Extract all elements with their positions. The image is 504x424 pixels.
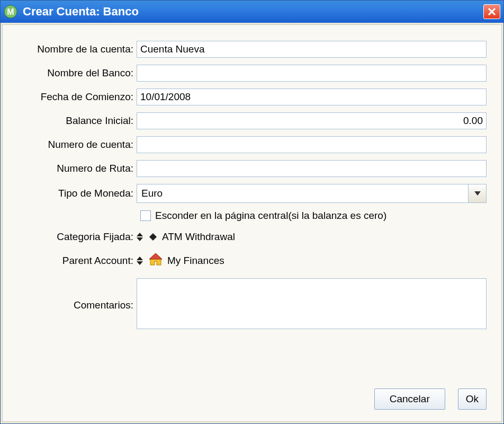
button-row: Cancelar Ok [17, 383, 487, 413]
dialog-window: M Crear Cuenta: Banco Nombre de la cuent… [0, 0, 504, 424]
cancel-button[interactable]: Cancelar [374, 388, 445, 410]
row-parent-account: Parent Account: My Finances [17, 252, 487, 269]
label-routing-number: Numero de Ruta: [17, 163, 137, 174]
chevron-down-icon [474, 191, 481, 196]
row-routing-number: Numero de Ruta: [17, 160, 487, 177]
app-icon: M [4, 5, 17, 19]
label-comments: Comentarios: [17, 299, 137, 311]
parent-account-stepper[interactable] [137, 257, 144, 265]
label-parent-account: Parent Account: [17, 255, 137, 267]
label-account-number: Numero de cuenta: [17, 139, 137, 151]
parent-account-value: My Finances [167, 255, 224, 267]
chevron-up-icon [137, 233, 143, 236]
label-fixed-category: Categoria Fijada: [17, 231, 137, 243]
account-name-field[interactable] [137, 41, 487, 58]
hide-checkbox[interactable] [140, 210, 151, 221]
row-comments: Comentarios: [17, 278, 487, 332]
row-fixed-category: Categoria Fijada: ATM Withdrawal [17, 231, 487, 243]
row-currency-type: Tipo de Moneda: Euro [17, 184, 487, 203]
currency-type-select[interactable]: Euro [137, 184, 487, 203]
routing-number-field[interactable] [137, 160, 487, 177]
chevron-down-icon [137, 261, 143, 265]
titlebar: M Crear Cuenta: Banco [1, 1, 503, 23]
diamond-icon [149, 233, 157, 241]
close-icon [488, 7, 496, 16]
bank-name-field[interactable] [137, 65, 487, 82]
ok-button[interactable]: Ok [458, 388, 487, 410]
label-currency-type: Tipo de Moneda: [17, 188, 137, 199]
label-start-date: Fecha de Comienzo: [17, 91, 137, 103]
account-number-field[interactable] [137, 136, 487, 153]
close-button[interactable] [483, 4, 500, 19]
row-bank-name: Nombre del Banco: [17, 65, 487, 82]
currency-type-value: Euro [137, 188, 468, 199]
form: Nombre de la cuenta: Nombre del Banco: F… [17, 41, 487, 383]
chevron-up-icon [137, 257, 143, 260]
fixed-category-value: ATM Withdrawal [162, 231, 235, 243]
row-hide-checkbox: Esconder en la página central(si la bala… [140, 210, 487, 222]
label-bank-name: Nombre del Banco: [17, 67, 137, 79]
initial-balance-field[interactable] [137, 112, 487, 129]
chevron-down-icon [137, 237, 143, 241]
hide-checkbox-label: Esconder en la página central(si la bala… [155, 210, 386, 222]
svg-marker-4 [474, 191, 481, 196]
svg-text:M: M [7, 7, 14, 16]
currency-dropdown-button[interactable] [468, 184, 486, 202]
row-account-number: Numero de cuenta: [17, 136, 487, 153]
start-date-field[interactable] [137, 89, 487, 105]
svg-marker-6 [149, 253, 162, 259]
house-icon [148, 252, 163, 269]
window-title: Crear Cuenta: Banco [23, 5, 483, 19]
label-account-name: Nombre de la cuenta: [17, 43, 137, 55]
row-initial-balance: Balance Inicial: [17, 112, 487, 129]
comments-field[interactable] [137, 278, 487, 329]
row-account-name: Nombre de la cuenta: [17, 41, 487, 58]
fixed-category-stepper[interactable] [137, 233, 144, 241]
row-start-date: Fecha de Comienzo: [17, 89, 487, 105]
dialog-content: Nombre de la cuenta: Nombre del Banco: F… [2, 24, 502, 422]
label-initial-balance: Balance Inicial: [17, 115, 137, 127]
